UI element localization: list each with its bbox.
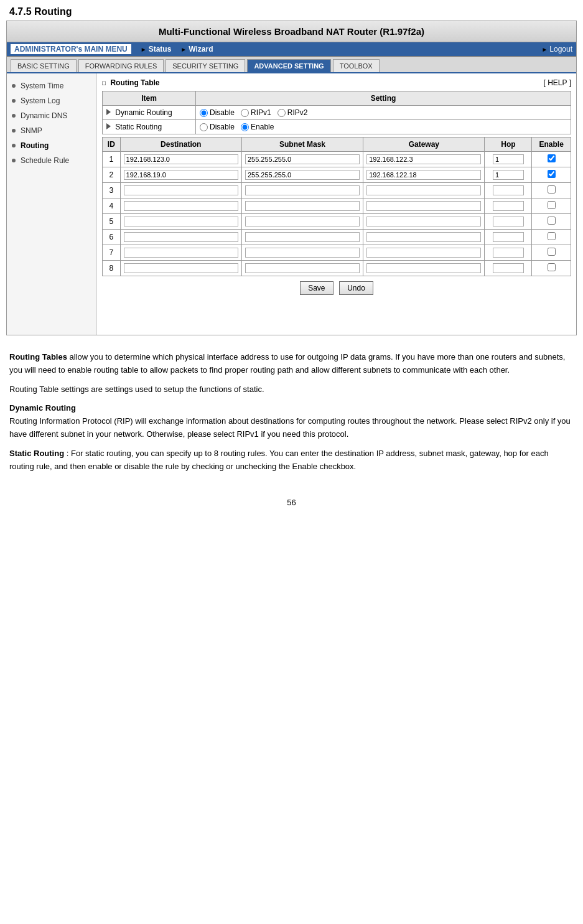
wizard-menu-item[interactable]: Wizard — [189, 45, 213, 54]
save-button[interactable]: Save — [300, 281, 333, 295]
destination-input-4[interactable] — [124, 217, 238, 226]
hop-input-3[interactable] — [493, 201, 524, 211]
enable-checkbox-1[interactable] — [548, 170, 556, 178]
hop-input-2[interactable] — [493, 185, 524, 195]
row-dest-1[interactable] — [120, 167, 241, 183]
row-mask-2[interactable] — [241, 183, 363, 198]
enable-checkbox-0[interactable] — [548, 154, 556, 162]
sidebar-item-routing[interactable]: Routing — [7, 138, 96, 153]
subnet-input-3[interactable] — [245, 201, 360, 211]
subnet-input-5[interactable] — [245, 232, 360, 242]
tab-security-setting[interactable]: SECURITY SETTING — [166, 59, 245, 72]
row-hop-5[interactable] — [485, 230, 532, 245]
gateway-input-4[interactable] — [366, 217, 481, 226]
row-dest-5[interactable] — [120, 230, 241, 245]
row-enable-5[interactable] — [532, 230, 571, 245]
sidebar-item-schedule-rule[interactable]: Schedule Rule — [7, 153, 96, 168]
row-mask-5[interactable] — [241, 230, 363, 245]
gateway-input-5[interactable] — [366, 232, 481, 242]
destination-input-7[interactable] — [124, 263, 238, 273]
help-link[interactable]: [ HELP ] — [544, 78, 571, 87]
sidebar-item-dynamic-dns[interactable]: Dynamic DNS — [7, 108, 96, 123]
enable-checkbox-6[interactable] — [548, 248, 556, 256]
static-disable-option[interactable]: Disable — [200, 123, 235, 131]
enable-checkbox-5[interactable] — [548, 232, 556, 240]
row-gateway-7[interactable] — [363, 261, 485, 276]
hop-input-1[interactable] — [493, 170, 524, 180]
gateway-input-0[interactable] — [366, 154, 481, 164]
row-enable-0[interactable] — [532, 152, 571, 167]
row-mask-6[interactable] — [241, 245, 363, 261]
row-enable-1[interactable] — [532, 167, 571, 183]
row-hop-2[interactable] — [485, 183, 532, 198]
sidebar-item-system-time[interactable]: System Time — [7, 78, 96, 93]
gateway-input-1[interactable] — [366, 170, 481, 180]
row-dest-6[interactable] — [120, 245, 241, 261]
gateway-input-3[interactable] — [366, 201, 481, 211]
status-menu-item[interactable]: Status — [149, 45, 172, 54]
row-hop-6[interactable] — [485, 245, 532, 261]
sidebar-item-system-log[interactable]: System Log — [7, 93, 96, 108]
logout-button[interactable]: Logout — [549, 45, 572, 54]
row-hop-3[interactable] — [485, 198, 532, 214]
tab-toolbox[interactable]: TOOLBOX — [333, 59, 380, 72]
hop-input-0[interactable] — [493, 154, 524, 164]
row-mask-4[interactable] — [241, 214, 363, 230]
row-gateway-4[interactable] — [363, 214, 485, 230]
row-gateway-0[interactable] — [363, 152, 485, 167]
admin-main-menu[interactable]: ADMINISTRATOR's MAIN MENU — [11, 44, 131, 54]
row-hop-7[interactable] — [485, 261, 532, 276]
row-enable-7[interactable] — [532, 261, 571, 276]
subnet-input-6[interactable] — [245, 248, 360, 258]
row-gateway-1[interactable] — [363, 167, 485, 183]
row-mask-0[interactable] — [241, 152, 363, 167]
destination-input-0[interactable] — [124, 154, 238, 164]
enable-checkbox-4[interactable] — [548, 217, 556, 225]
tab-basic-setting[interactable]: BASIC SETTING — [11, 59, 77, 72]
destination-input-6[interactable] — [124, 248, 238, 258]
row-gateway-2[interactable] — [363, 183, 485, 198]
row-dest-7[interactable] — [120, 261, 241, 276]
hop-input-4[interactable] — [493, 217, 524, 226]
hop-input-7[interactable] — [493, 263, 524, 273]
destination-input-3[interactable] — [124, 201, 238, 211]
row-mask-1[interactable] — [241, 167, 363, 183]
row-hop-0[interactable] — [485, 152, 532, 167]
dynamic-disable-option[interactable]: Disable — [200, 108, 235, 117]
subnet-input-2[interactable] — [245, 185, 360, 195]
static-enable-option[interactable]: Enable — [241, 123, 274, 131]
gateway-input-7[interactable] — [366, 263, 481, 273]
dynamic-ripv2-option[interactable]: RIPv2 — [278, 108, 308, 117]
subnet-input-7[interactable] — [245, 263, 360, 273]
row-gateway-5[interactable] — [363, 230, 485, 245]
static-disable-radio[interactable] — [200, 123, 208, 131]
hop-input-6[interactable] — [493, 248, 524, 258]
tab-forwarding-rules[interactable]: FORWARDING RULES — [78, 59, 164, 72]
undo-button[interactable]: Undo — [339, 281, 373, 295]
static-enable-radio[interactable] — [241, 123, 249, 131]
row-mask-7[interactable] — [241, 261, 363, 276]
row-enable-4[interactable] — [532, 214, 571, 230]
row-enable-2[interactable] — [532, 183, 571, 198]
dynamic-ripv1-radio[interactable] — [241, 109, 249, 117]
row-gateway-6[interactable] — [363, 245, 485, 261]
subnet-input-4[interactable] — [245, 217, 360, 226]
enable-checkbox-7[interactable] — [548, 263, 556, 271]
row-hop-4[interactable] — [485, 214, 532, 230]
tab-advanced-setting[interactable]: ADVANCED SETTING — [247, 59, 330, 72]
subnet-input-0[interactable] — [245, 154, 360, 164]
row-dest-0[interactable] — [120, 152, 241, 167]
row-dest-4[interactable] — [120, 214, 241, 230]
subnet-input-1[interactable] — [245, 170, 360, 180]
destination-input-2[interactable] — [124, 185, 238, 195]
row-gateway-3[interactable] — [363, 198, 485, 214]
destination-input-5[interactable] — [124, 232, 238, 242]
row-enable-3[interactable] — [532, 198, 571, 214]
gateway-input-6[interactable] — [366, 248, 481, 258]
row-mask-3[interactable] — [241, 198, 363, 214]
dynamic-ripv2-radio[interactable] — [278, 109, 286, 117]
destination-input-1[interactable] — [124, 170, 238, 180]
sidebar-item-snmp[interactable]: SNMP — [7, 123, 96, 138]
row-dest-2[interactable] — [120, 183, 241, 198]
enable-checkbox-2[interactable] — [548, 185, 556, 194]
